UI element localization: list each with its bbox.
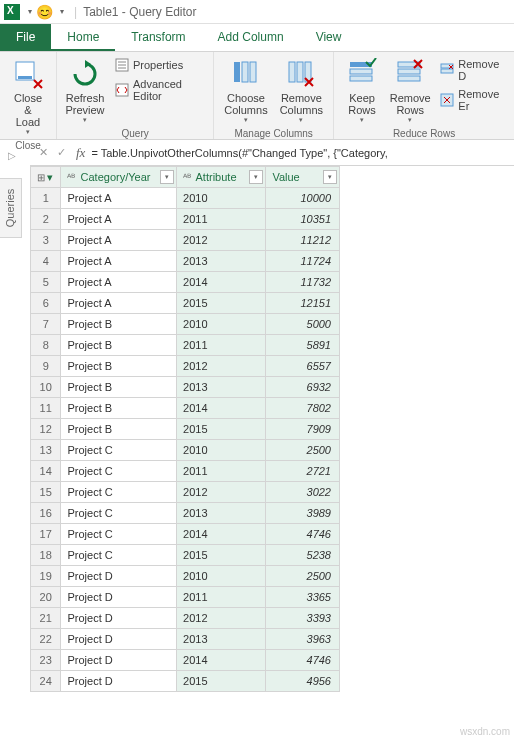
cell-category[interactable]: Project D xyxy=(61,587,177,608)
keep-rows-button[interactable]: KeepRows ▾ xyxy=(340,56,384,126)
table-row[interactable]: 5Project A201411732 xyxy=(31,272,340,293)
cell-value[interactable]: 6557 xyxy=(266,356,340,377)
cell-attribute[interactable]: 2011 xyxy=(177,335,266,356)
cell-value[interactable]: 3963 xyxy=(266,629,340,650)
row-number[interactable]: 16 xyxy=(31,503,61,524)
row-number[interactable]: 1 xyxy=(31,188,61,209)
cell-attribute[interactable]: 2015 xyxy=(177,671,266,692)
formula-input[interactable]: = Table.UnpivotOtherColumns(#"Changed Ty… xyxy=(91,147,510,159)
row-number[interactable]: 10 xyxy=(31,377,61,398)
cell-value[interactable]: 12151 xyxy=(266,293,340,314)
table-row[interactable]: 17Project C20144746 xyxy=(31,524,340,545)
cell-value[interactable]: 11212 xyxy=(266,230,340,251)
cell-category[interactable]: Project A xyxy=(61,188,177,209)
cell-attribute[interactable]: 2010 xyxy=(177,314,266,335)
table-row[interactable]: 24Project D20154956 xyxy=(31,671,340,692)
cell-value[interactable]: 2721 xyxy=(266,461,340,482)
refresh-preview-button[interactable]: RefreshPreview ▾ xyxy=(63,56,107,126)
cell-attribute[interactable]: 2015 xyxy=(177,419,266,440)
cell-category[interactable]: Project A xyxy=(61,251,177,272)
cell-value[interactable]: 7802 xyxy=(266,398,340,419)
cell-category[interactable]: Project A xyxy=(61,230,177,251)
cell-category[interactable]: Project B xyxy=(61,419,177,440)
qat-dropdown-2[interactable]: ▾ xyxy=(60,7,64,16)
cell-category[interactable]: Project A xyxy=(61,272,177,293)
cell-category[interactable]: Project B xyxy=(61,377,177,398)
cell-attribute[interactable]: 2014 xyxy=(177,650,266,671)
filter-icon[interactable]: ▾ xyxy=(249,170,263,184)
tab-view[interactable]: View xyxy=(300,24,358,51)
table-row[interactable]: 2Project A201110351 xyxy=(31,209,340,230)
cell-category[interactable]: Project C xyxy=(61,545,177,566)
cell-attribute[interactable]: 2013 xyxy=(177,251,266,272)
cell-category[interactable]: Project D xyxy=(61,671,177,692)
cell-category[interactable]: Project C xyxy=(61,503,177,524)
cell-attribute[interactable]: 2015 xyxy=(177,545,266,566)
table-row[interactable]: 9Project B20126557 xyxy=(31,356,340,377)
cell-attribute[interactable]: 2012 xyxy=(177,230,266,251)
table-row[interactable]: 6Project A201512151 xyxy=(31,293,340,314)
cell-attribute[interactable]: 2010 xyxy=(177,566,266,587)
cell-category[interactable]: Project C xyxy=(61,524,177,545)
cell-value[interactable]: 3365 xyxy=(266,587,340,608)
tab-transform[interactable]: Transform xyxy=(115,24,201,51)
row-number[interactable]: 2 xyxy=(31,209,61,230)
row-number[interactable]: 4 xyxy=(31,251,61,272)
cell-attribute[interactable]: 2012 xyxy=(177,356,266,377)
table-row[interactable]: 13Project C20102500 xyxy=(31,440,340,461)
cell-category[interactable]: Project D xyxy=(61,650,177,671)
advanced-editor-button[interactable]: Advanced Editor xyxy=(111,76,207,104)
remove-columns-button[interactable]: RemoveColumns ▾ xyxy=(276,56,327,126)
cell-value[interactable]: 10351 xyxy=(266,209,340,230)
filter-icon[interactable]: ▾ xyxy=(323,170,337,184)
table-row[interactable]: 1Project A201010000 xyxy=(31,188,340,209)
table-row[interactable]: 12Project B20157909 xyxy=(31,419,340,440)
cell-value[interactable]: 2500 xyxy=(266,566,340,587)
table-row[interactable]: 10Project B20136932 xyxy=(31,377,340,398)
cell-attribute[interactable]: 2013 xyxy=(177,377,266,398)
cell-value[interactable]: 3393 xyxy=(266,608,340,629)
table-row[interactable]: 22Project D20133963 xyxy=(31,629,340,650)
cell-value[interactable]: 11732 xyxy=(266,272,340,293)
table-row[interactable]: 15Project C20123022 xyxy=(31,482,340,503)
cell-category[interactable]: Project B xyxy=(61,314,177,335)
table-row[interactable]: 11Project B20147802 xyxy=(31,398,340,419)
cell-attribute[interactable]: 2011 xyxy=(177,587,266,608)
fx-icon[interactable]: fx xyxy=(70,145,91,161)
cell-value[interactable]: 11724 xyxy=(266,251,340,272)
row-number[interactable]: 12 xyxy=(31,419,61,440)
cell-attribute[interactable]: 2015 xyxy=(177,293,266,314)
table-row[interactable]: 23Project D20144746 xyxy=(31,650,340,671)
row-number[interactable]: 22 xyxy=(31,629,61,650)
cell-attribute[interactable]: 2012 xyxy=(177,608,266,629)
cell-category[interactable]: Project C xyxy=(61,461,177,482)
cell-value[interactable]: 5000 xyxy=(266,314,340,335)
properties-button[interactable]: Properties xyxy=(111,56,207,74)
table-row[interactable]: 19Project D20102500 xyxy=(31,566,340,587)
cell-category[interactable]: Project A xyxy=(61,209,177,230)
table-row[interactable]: 18Project C20155238 xyxy=(31,545,340,566)
tab-add-column[interactable]: Add Column xyxy=(202,24,300,51)
row-number[interactable]: 15 xyxy=(31,482,61,503)
column-header-attribute[interactable]: ᴬᴮ Attribute ▾ xyxy=(177,167,266,188)
column-header-category[interactable]: ᴬᴮ Category/Year ▾ xyxy=(61,167,177,188)
table-row[interactable]: 7Project B20105000 xyxy=(31,314,340,335)
cell-value[interactable]: 4746 xyxy=(266,650,340,671)
row-number[interactable]: 19 xyxy=(31,566,61,587)
cell-attribute[interactable]: 2011 xyxy=(177,461,266,482)
cell-category[interactable]: Project D xyxy=(61,566,177,587)
row-number[interactable]: 3 xyxy=(31,230,61,251)
cell-value[interactable]: 3989 xyxy=(266,503,340,524)
cell-category[interactable]: Project D xyxy=(61,608,177,629)
column-header-value[interactable]: Value ▾ xyxy=(266,167,340,188)
cell-attribute[interactable]: 2013 xyxy=(177,503,266,524)
cell-category[interactable]: Project A xyxy=(61,293,177,314)
cell-value[interactable]: 7909 xyxy=(266,419,340,440)
cell-category[interactable]: Project B xyxy=(61,356,177,377)
row-number[interactable]: 11 xyxy=(31,398,61,419)
row-number[interactable]: 13 xyxy=(31,440,61,461)
row-number[interactable]: 17 xyxy=(31,524,61,545)
queries-panel-collapsed[interactable]: Queries xyxy=(0,178,22,238)
remove-duplicates-button[interactable]: Remove D xyxy=(436,56,508,84)
cell-attribute[interactable]: 2010 xyxy=(177,440,266,461)
